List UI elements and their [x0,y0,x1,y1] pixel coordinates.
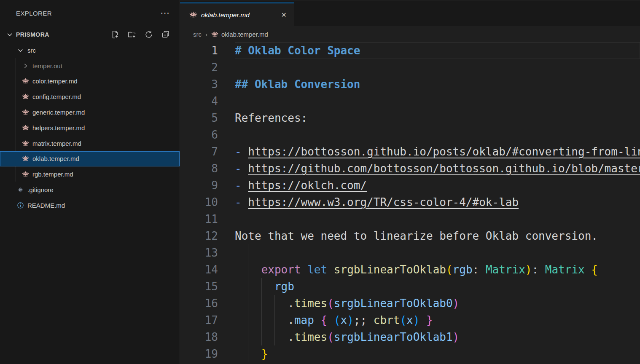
code-line-content[interactable]: - https://bottosson.github.io/posts/okla… [235,143,640,160]
explorer-header: EXPLORER ⋯ [0,0,180,26]
tab-oklab-temper-md[interactable]: oklab.temper.md ✕ [180,3,294,27]
code-line-content[interactable]: - https://github.com/bottosson/bottosson… [235,160,640,177]
code-line-content[interactable]: References: [235,110,640,126]
git-icon [16,186,25,194]
code-line-content[interactable]: - https://www.w3.org/TR/css-color-4/#ok-… [235,194,640,211]
chevron-down-icon [16,46,25,54]
code-line-content[interactable]: - https://oklch.com/ [235,177,640,194]
code-line-content[interactable]: rgb [235,278,640,295]
code-token-b3: ( [334,314,341,327]
tree-item-helpers-temper-md[interactable]: helpers.temper.md [0,120,180,136]
indent-guide [235,329,235,345]
code-line-content[interactable] [235,126,640,143]
code-editor[interactable]: 1 # Oklab Color Space 2 3 ## Oklab Conve… [180,42,640,364]
indent-guide [235,345,235,362]
editor-line: 2 [180,59,640,76]
tree-item-rgb-temper-md[interactable]: rgb.temper.md [0,166,180,182]
code-token-fg [327,263,334,276]
line-number[interactable]: 4 [180,93,235,110]
tree-item-temper-out[interactable]: temper.out [0,58,180,74]
code-token-url: https://bottosson.github.io/posts/oklab/… [248,145,640,158]
line-number[interactable]: 15 [180,278,235,295]
vscode-window: EXPLORER ⋯ PRISMORA [0,0,640,364]
close-icon[interactable]: ✕ [279,10,289,20]
lotus-icon [211,31,218,38]
editor-line: 13 [180,244,640,261]
line-number[interactable]: 8 [180,160,235,177]
tree-item-generic-temper-md[interactable]: generic.temper.md [0,104,180,120]
indent-guide [235,244,235,261]
code-token-var: rgb [274,280,294,293]
indent-guide [248,312,248,329]
code-token-fg [367,314,374,327]
line-number[interactable]: 12 [180,228,235,244]
tree-item-matrix-temper-md[interactable]: matrix.temper.md [0,136,180,151]
line-number[interactable]: 18 [180,329,235,345]
line-number[interactable]: 19 [180,345,235,362]
code-line-content[interactable] [235,93,640,110]
code-line-content[interactable]: } [235,345,640,362]
collapse-all-icon[interactable] [161,30,170,39]
workspace-name: PRISMORA [16,31,110,38]
line-number[interactable]: 5 [180,110,235,126]
line-number[interactable]: 9 [180,177,235,194]
tab-title: oklab.temper.md [201,11,279,19]
line-number[interactable]: 3 [180,76,235,93]
indent-guide [261,329,262,345]
workspace-section-header[interactable]: PRISMORA [0,26,180,43]
code-token-var: srgbLinearToOklab0 [334,297,453,310]
chevron-right-icon [21,62,30,70]
tree-item-src[interactable]: src [0,43,180,58]
code-token-b3: ) [413,314,420,327]
code-line-content[interactable]: .times(srgbLinearToOklab1) [235,329,640,345]
line-number[interactable]: 16 [180,295,235,312]
tree-item-config-temper-md[interactable]: config.temper.md [0,89,180,104]
code-line-content[interactable] [235,244,640,261]
breadcrumb-file[interactable]: oklab.temper.md [221,31,268,38]
line-number[interactable]: 11 [180,211,235,228]
line-number[interactable]: 2 [180,59,235,76]
breadcrumb-folder[interactable]: src [193,31,202,38]
lotus-icon [21,171,30,178]
line-number[interactable]: 14 [180,261,235,278]
code-token-type: Matrix [545,263,585,276]
code-token-fn: cbrt [374,314,400,327]
code-token-text: Note that we need to linearize before Ok… [235,230,598,242]
line-number[interactable]: 17 [180,312,235,329]
line-number[interactable]: 13 [180,244,235,261]
editor-line: 1 # Oklab Color Space [180,42,640,59]
line-number[interactable]: 1 [180,42,235,59]
line-number[interactable]: 7 [180,143,235,160]
tree-item--gitignore[interactable]: .gitignore [0,182,180,198]
refresh-icon[interactable] [144,30,153,39]
code-token-url: https://oklch.com/ [248,179,367,192]
code-line-content[interactable]: export let srgbLinearToOklab(rgb: Matrix… [235,261,640,278]
code-line-content[interactable]: .times(srgbLinearToOklab0) [235,295,640,312]
tree-item-color-temper-md[interactable]: color.temper.md [0,74,180,89]
code-token-bullet: - [235,179,248,192]
code-token-var: map [294,314,314,327]
code-token-fg [327,314,334,327]
code-token-fg [479,263,486,276]
tree-item-oklab-temper-md[interactable]: oklab.temper.md [0,151,180,167]
code-token-b2: { [321,314,328,327]
new-folder-icon[interactable] [127,30,137,39]
code-line-content[interactable] [235,211,640,228]
code-token-b1: } [261,348,268,360]
code-line-content[interactable]: ## Oklab Conversion [235,76,640,93]
indent-guide [235,312,235,329]
code-line-content[interactable]: .map { (x);; cbrt(x) } [235,312,640,329]
explorer-actions [110,30,170,39]
code-line-content[interactable] [235,59,640,76]
line-number[interactable]: 10 [180,194,235,211]
code-token-var: rgb [453,263,473,276]
new-file-icon[interactable] [110,30,120,39]
more-actions-icon[interactable]: ⋯ [160,11,170,15]
indent-guide [248,329,248,345]
indent-guide [248,345,248,362]
code-line-content[interactable]: # Oklab Color Space [235,42,640,59]
line-number[interactable]: 6 [180,126,235,143]
tree-item-readme-md[interactable]: README.md [0,198,180,213]
code-line-content[interactable]: Note that we need to linearize before Ok… [235,228,640,244]
code-token-text: References: [235,112,307,124]
